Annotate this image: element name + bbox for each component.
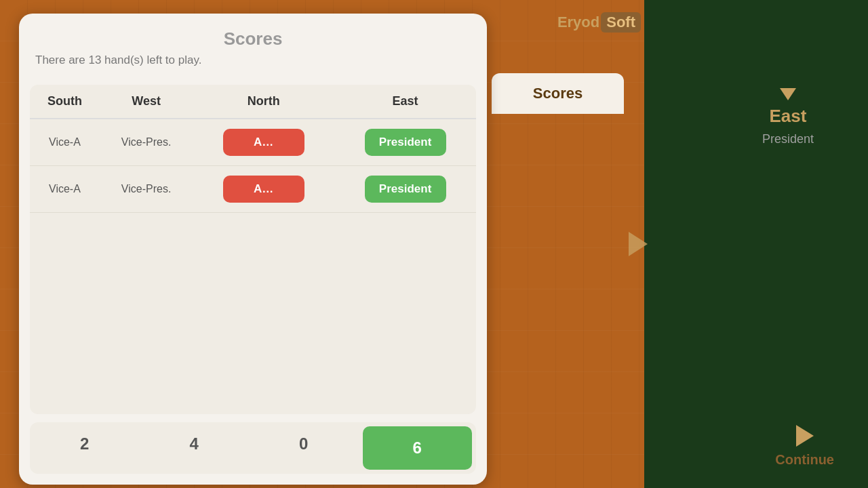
- modal-title: Scores: [35, 28, 471, 49]
- north-cell-2: A…: [193, 166, 334, 213]
- table-row: Vice-A Vice-Pres. A… President: [30, 119, 476, 166]
- continue-label: Continue: [775, 452, 834, 468]
- scores-tab-label: Scores: [533, 85, 583, 102]
- east-cell-2: President: [334, 166, 476, 213]
- east-arrow-down-icon: [780, 88, 796, 100]
- east-cell-1: President: [334, 119, 476, 166]
- logo-soft-box: Soft: [601, 12, 641, 33]
- score-west: 4: [140, 422, 250, 474]
- scores-table-container: South West North East Vice-A Vice-Pres. …: [30, 85, 476, 414]
- north-cell-1: A…: [193, 119, 334, 166]
- continue-area[interactable]: Continue: [775, 425, 834, 468]
- col-south: South: [30, 85, 100, 119]
- score-east: 6: [363, 426, 473, 470]
- logo-area: Eryod Soft: [557, 12, 641, 33]
- east-badge-1: President: [365, 129, 446, 156]
- east-direction-label: East: [770, 106, 807, 127]
- score-footer: 2 4 0 6: [30, 422, 476, 474]
- south-cell-1: Vice-A: [30, 119, 100, 166]
- east-player-area: East President: [762, 88, 814, 146]
- table-row: Vice-A Vice-Pres. A… President: [30, 166, 476, 213]
- modal-subtitle: There are 13 hand(s) left to play.: [35, 54, 471, 67]
- west-cell-2: Vice-Pres.: [100, 166, 193, 213]
- right-arrow-area: [629, 232, 648, 256]
- score-north: 0: [249, 422, 359, 474]
- logo-soft: Soft: [606, 14, 635, 30]
- score-south: 2: [30, 422, 140, 474]
- north-badge-1: A…: [223, 129, 304, 156]
- play-icon: [796, 425, 814, 447]
- scores-table: South West North East Vice-A Vice-Pres. …: [30, 85, 476, 213]
- east-badge-2: President: [365, 176, 446, 203]
- east-role-label: President: [762, 132, 814, 146]
- north-badge-2: A…: [223, 176, 304, 203]
- scores-tab[interactable]: Scores: [492, 73, 624, 114]
- logo-eryod: Eryod: [557, 14, 599, 31]
- west-cell-1: Vice-Pres.: [100, 119, 193, 166]
- right-arrow-icon: [629, 232, 648, 256]
- col-north: North: [193, 85, 334, 119]
- col-west: West: [100, 85, 193, 119]
- scores-modal: Scores There are 13 hand(s) left to play…: [19, 14, 487, 485]
- dark-panel: [644, 0, 868, 488]
- col-east: East: [334, 85, 476, 119]
- modal-header: Scores There are 13 hand(s) left to play…: [19, 14, 487, 85]
- table-header-row: South West North East: [30, 85, 476, 119]
- south-cell-2: Vice-A: [30, 166, 100, 213]
